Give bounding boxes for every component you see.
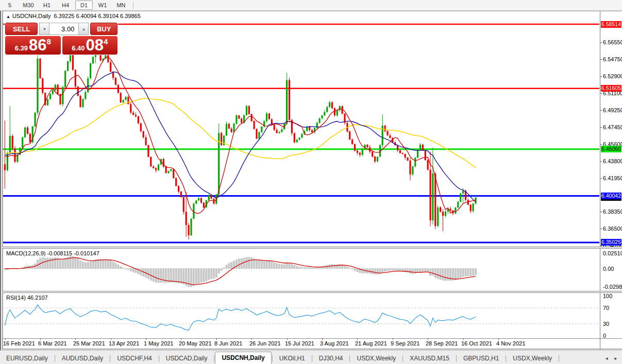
macd-axis-label: 0.025108 [603, 250, 622, 256]
date-axis-separator [2, 338, 622, 339]
timeframe-button-5[interactable]: 5 [1, 1, 19, 10]
macd-axis-label: 0.00 [603, 266, 614, 272]
sell-price-sup: 8 [46, 37, 51, 46]
price-tick-mark [600, 127, 602, 128]
chart-tab-EURUSD-Daily[interactable]: EURUSD,Daily [0, 353, 54, 364]
date-label: 28 Sep 2021 [426, 340, 458, 346]
chart-tab-USDX-Weekly[interactable]: USDX,Weekly [507, 353, 558, 364]
sell-price-big: 86 [29, 36, 46, 55]
date-tick-mark [498, 338, 499, 340]
chart-tab-UKOil-H1[interactable]: UKOil,H1 [273, 353, 311, 364]
tab-scroll-left-icon[interactable]: ◄ [604, 356, 609, 361]
rsi-axis-label: 100 [603, 293, 612, 299]
timeframe-button-MN[interactable]: MN [112, 1, 130, 10]
sell-button[interactable]: SELL [5, 23, 38, 35]
timeframe-button-W1[interactable]: W1 [94, 1, 111, 10]
date-tick-mark [146, 338, 146, 340]
price-tick-label: 6.43800 [603, 158, 622, 164]
timeframe-button-H4[interactable]: H4 [57, 1, 74, 10]
price-tick-mark [600, 42, 602, 43]
price-tick-label: 6.41950 [603, 175, 622, 181]
date-label: 4 Nov 2021 [496, 340, 525, 346]
tab-divider [312, 355, 312, 362]
tab-divider [272, 355, 273, 362]
window-left-edge [0, 10, 1, 351]
tab-scroll-right-icon[interactable]: ► [614, 356, 618, 361]
price-level-label: 6.35025 [601, 239, 621, 246]
volume-input[interactable] [49, 23, 78, 35]
timeframe-button-M30[interactable]: M30 [20, 1, 37, 10]
date-label: 16 Oct 2021 [461, 340, 492, 346]
price-tick-mark [600, 93, 602, 94]
price-tick-mark [600, 161, 602, 162]
price-tick-mark [600, 59, 602, 60]
price-tick-mark [600, 144, 602, 145]
date-label: 21 Aug 2021 [355, 340, 387, 346]
date-tick-mark [393, 338, 393, 340]
macd-axis-label: -0.02988 [603, 284, 622, 290]
buy-price-panel[interactable]: 6.40 08 4 [62, 36, 118, 55]
date-label: 6 Mar 2021 [38, 340, 67, 346]
price-tick-label: 6.36500 [603, 226, 622, 232]
volume-decrease-button[interactable]: ▼ [39, 23, 49, 35]
buy-price-big: 08 [86, 36, 103, 55]
macd-name: MACD(12,26,9) [6, 250, 45, 256]
volume-increase-button[interactable]: ▲ [78, 23, 89, 35]
date-label: 13 Apr 2021 [109, 340, 139, 346]
date-tick-mark [357, 338, 358, 340]
date-tick-mark [40, 338, 41, 340]
sell-price-prefix: 6.39 [15, 44, 28, 52]
chart-tab-AUDUSD-Daily[interactable]: AUDUSD,Daily [56, 353, 110, 364]
date-label: 9 Sep 2021 [391, 340, 419, 346]
date-tick-mark [111, 338, 111, 340]
price-tick-label: 6.52900 [603, 73, 622, 79]
date-label: 1 May 2021 [144, 340, 173, 346]
date-tick-mark [463, 338, 464, 340]
date-tick-mark [216, 338, 217, 340]
chart-tab-USDX-Weekly[interactable]: USDX,Weekly [350, 353, 402, 364]
price-tick-label: 6.49250 [603, 107, 622, 113]
date-tick-mark [181, 338, 181, 340]
chart-window [2, 10, 622, 350]
chart-tab-bar: ◄ ► EURUSD,DailyAUDUSD,DailyUSDCHF,H4USD… [0, 350, 622, 364]
date-tick-mark [322, 338, 323, 340]
buy-button[interactable]: BUY [90, 23, 117, 35]
tab-divider [559, 355, 559, 362]
date-label: 16 Feb 2021 [3, 340, 35, 346]
collapse-triangle-icon[interactable]: ▲ [6, 14, 10, 19]
chart-tab-USDCAD-Daily[interactable]: USDCAD,Daily [160, 353, 214, 364]
chart-tab-XAUUSD-M15[interactable]: XAUUSD,M15 [404, 353, 456, 364]
tab-divider [159, 355, 159, 362]
date-tick-mark [428, 338, 428, 340]
tab-divider [506, 355, 506, 362]
chart-tab-USDCHF-H4[interactable]: USDCHF,H4 [111, 353, 158, 364]
price-tick-label: 6.38350 [603, 209, 622, 215]
price-tick-mark [600, 212, 602, 212]
pane-splitter[interactable] [2, 291, 622, 293]
up-triangle-icon: ▲ [82, 27, 86, 31]
tab-divider [349, 355, 350, 362]
date-label: 8 Jun 2021 [214, 340, 242, 346]
trading-terminal: 5M30H1H4D1W1MN ▲USDCNH,Daily 6.39225 6.4… [0, 0, 622, 364]
price-tick-mark [600, 178, 602, 179]
chart-tab-GBPUSD-H1[interactable]: GBPUSD,H1 [457, 353, 505, 364]
pane-splitter[interactable] [2, 247, 622, 249]
date-label: 25 Mar 2021 [73, 340, 105, 346]
tab-divider [110, 355, 110, 362]
tab-divider [214, 355, 214, 362]
macd-indicator-label: MACD(12,26,9) -0.008115 -0.010147 [6, 250, 99, 256]
date-label: 15 Jul 2021 [285, 340, 314, 346]
price-tick-mark [600, 229, 602, 229]
chart-tab-USDCNH-Daily[interactable]: USDCNH,Daily [215, 352, 271, 364]
tab-divider [55, 355, 55, 362]
timeframe-button-D1[interactable]: D1 [75, 1, 93, 10]
rsi-value: 46.2107 [27, 294, 48, 301]
date-tick-mark [5, 338, 6, 340]
buy-price-prefix: 6.40 [72, 44, 85, 52]
sell-price-panel[interactable]: 6.39 86 8 [5, 36, 61, 55]
chart-tab-DJ30-H4[interactable]: DJ30,H4 [313, 353, 349, 364]
price-level-label: 6.45060 [601, 146, 621, 152]
timeframe-button-H1[interactable]: H1 [38, 1, 56, 10]
down-triangle-icon: ▼ [43, 27, 46, 31]
price-tick-mark [600, 110, 602, 111]
